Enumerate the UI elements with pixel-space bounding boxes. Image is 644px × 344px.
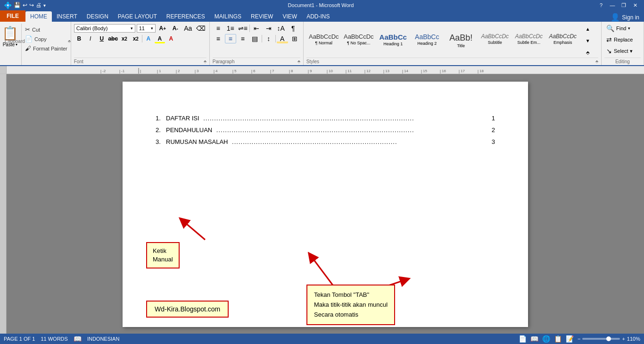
style-title[interactable]: AaBb! Title <box>444 31 478 50</box>
line-spacing-button[interactable]: ↕ <box>263 34 274 43</box>
style-subtitle[interactable]: AaBbCcDc Subtitle <box>478 31 512 50</box>
help-btn[interactable]: ? <box>596 0 606 10</box>
numbering-button[interactable]: 1≡ <box>225 24 236 33</box>
view-draft-icon[interactable]: 📝 <box>566 335 574 343</box>
svg-text:15: 15 <box>423 69 427 73</box>
styles-more[interactable]: ⬘ <box>582 48 594 57</box>
paragraph-group: ≡ 1≡ ⇌≡ ⇤ ⇥ ↕A ¶ ≡ ≡ ≡ ▤ <box>210 22 304 65</box>
view-outline-icon[interactable]: 📋 <box>554 335 562 343</box>
cut-icon: ✂ <box>25 26 30 33</box>
toc-dots-2: ........................................… <box>214 126 490 134</box>
language[interactable]: INDONESIAN <box>87 336 119 342</box>
format-painter-button[interactable]: 🖌 Format Painter <box>24 44 69 52</box>
tab-review[interactable]: REVIEW <box>246 11 278 22</box>
styles-expand-icon[interactable]: ⬘ <box>595 59 598 64</box>
style-emphasis[interactable]: AaBbCcDc Emphasis <box>546 31 580 50</box>
cut-button[interactable]: ✂ Cut <box>24 25 69 34</box>
align-left-button[interactable]: ≡ <box>213 34 224 43</box>
page-container[interactable]: 1. DAFTAR ISI ..........................… <box>7 74 644 334</box>
view-fullread-icon[interactable]: 📖 <box>530 335 538 343</box>
paste-button[interactable]: 📋 Paste ▾ <box>2 24 22 65</box>
style-subtle-label: Subtle Em... <box>517 40 540 45</box>
paragraph-expand-icon[interactable]: ⬘ <box>297 59 300 64</box>
bold-button[interactable]: B <box>74 34 84 43</box>
zoom-in-btn[interactable]: + <box>622 336 625 342</box>
strikethrough-button[interactable]: abc <box>108 34 118 43</box>
zoom-slider[interactable] <box>582 338 620 340</box>
styles-scroll-up[interactable]: ▲ <box>582 24 594 34</box>
change-case-button[interactable]: Aa <box>182 24 194 33</box>
tab-design[interactable]: DESIGN <box>82 11 113 22</box>
view-print-icon[interactable]: 📄 <box>519 335 527 343</box>
sort-button[interactable]: ↕A <box>275 24 287 33</box>
underline-button[interactable]: U <box>97 34 107 43</box>
font-grow-button[interactable]: A+ <box>157 24 168 33</box>
document-area: 1. DAFTAR ISI ..........................… <box>0 74 644 334</box>
tab-insert[interactable]: INSERT <box>52 11 82 22</box>
select-button[interactable]: ↘ Select ▾ <box>604 46 635 56</box>
toc-dots-1: ........................................… <box>201 115 490 122</box>
style-emphasis-label: Emphasis <box>553 40 572 45</box>
clipboard-label: Clipboard⬘ <box>3 39 73 44</box>
show-formatting-button[interactable]: ¶ <box>288 24 299 33</box>
view-web-icon[interactable]: 🌐 <box>542 335 550 343</box>
text-highlight-button[interactable]: A <box>155 34 165 43</box>
subscript-button[interactable]: x2 <box>119 34 130 43</box>
svg-text:11: 11 <box>347 69 352 73</box>
paragraph-label: Paragraph ⬘ <box>213 58 300 64</box>
annotation-tab: Tekan Tombol "TAB" Maka titik-titik akan… <box>306 285 395 325</box>
font-shrink-button[interactable]: A- <box>170 24 181 33</box>
svg-text:6: 6 <box>253 69 256 73</box>
justify-button[interactable]: ▤ <box>249 34 261 43</box>
styles-scroll-down[interactable]: ▼ <box>582 36 594 45</box>
restore-btn[interactable]: ❐ <box>619 0 629 10</box>
tab-view[interactable]: VIEW <box>278 11 302 22</box>
style-normal[interactable]: AaBbCcDc ¶ Normal <box>306 31 341 50</box>
multilevel-button[interactable]: ⇌≡ <box>237 24 248 33</box>
increase-indent-button[interactable]: ⇥ <box>263 24 274 33</box>
superscript-button[interactable]: x2 <box>131 34 141 43</box>
decrease-indent-button[interactable]: ⇤ <box>251 24 262 33</box>
editing-label: Editing <box>604 58 641 64</box>
spell-check-icon[interactable]: 📖 <box>74 335 82 343</box>
tab-page-layout[interactable]: PAGE LAYOUT <box>113 11 162 22</box>
replace-button[interactable]: ⇄ Replace <box>604 35 635 44</box>
find-button[interactable]: 🔍 Find ▾ <box>604 24 632 33</box>
clear-format-button[interactable]: ⌫ <box>195 24 206 33</box>
svg-text:9: 9 <box>310 69 312 73</box>
font-size-select[interactable]: 11 ▾ <box>137 24 156 33</box>
tab-file[interactable]: FILE <box>0 10 25 22</box>
bullets-button[interactable]: ≡ <box>213 24 224 33</box>
svg-text:17: 17 <box>461 69 465 73</box>
minimize-btn[interactable]: — <box>607 0 618 10</box>
style-emphasis-preview: AaBbCcDc <box>549 33 577 40</box>
shading-button[interactable]: A <box>277 34 288 43</box>
style-subtle-preview: AaBbCcDc <box>515 33 543 40</box>
font-name-select[interactable]: Calibri (Body) ▾ <box>74 24 135 33</box>
tab-home[interactable]: HOME <box>25 11 52 22</box>
style-heading2[interactable]: AaBbCc Heading 2 <box>410 31 444 50</box>
style-normal-preview: AaBbCcDc <box>309 33 339 40</box>
style-heading1[interactable]: AaBbCc Heading 1 <box>376 31 410 50</box>
tab-addins[interactable]: ADD-INS <box>302 11 334 22</box>
toc-page-2: 2 <box>492 126 495 134</box>
find-dropdown-icon: ▾ <box>628 26 630 31</box>
style-subtle-emphasis[interactable]: AaBbCcDc Subtle Em... <box>512 31 546 50</box>
text-effects-button[interactable]: A <box>143 34 154 43</box>
align-center-button[interactable]: ≡ <box>225 34 236 43</box>
paragraph-controls: ≡ 1≡ ⇌≡ ⇤ ⇥ ↕A ¶ ≡ ≡ ≡ ▤ <box>213 24 300 58</box>
tab-mailings[interactable]: MAILINGS <box>210 11 246 22</box>
font-expand-icon[interactable]: ⬘ <box>204 59 206 64</box>
close-btn[interactable]: ✕ <box>630 0 640 10</box>
svg-text:8: 8 <box>291 69 293 73</box>
toc-page-1: 1 <box>492 115 495 122</box>
borders-button[interactable]: ⊞ <box>289 34 300 43</box>
title-bar-controls[interactable]: ? — ❐ ✕ <box>596 0 640 10</box>
align-right-button[interactable]: ≡ <box>237 34 248 43</box>
italic-button[interactable]: I <box>85 34 96 43</box>
style-no-spacing[interactable]: AaBbCcDc ¶ No Spac... <box>341 31 376 50</box>
font-color-button[interactable]: A <box>166 34 176 43</box>
sign-in[interactable]: 👤 Sign in <box>606 13 644 22</box>
zoom-out-btn[interactable]: − <box>578 336 580 342</box>
tab-references[interactable]: REFERENCES <box>162 11 210 22</box>
